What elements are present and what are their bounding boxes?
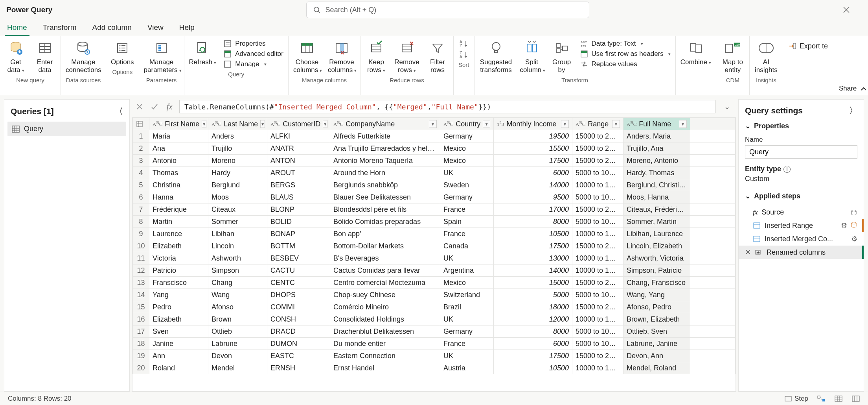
row-header[interactable]: 16 [133, 313, 149, 325]
cell[interactable]: 13000 [494, 252, 572, 264]
data-type-button[interactable]: ABC123Data type: Text [580, 39, 671, 48]
column-filter-button[interactable]: ▼ [679, 120, 687, 128]
cell[interactable]: Germany [440, 191, 494, 203]
cell[interactable]: Ann [149, 350, 208, 362]
cell[interactable]: CONSH [267, 313, 330, 325]
cell[interactable]: Trujillo, Ana [623, 142, 690, 155]
cell[interactable]: Hanna [149, 191, 208, 203]
cell[interactable]: UK [440, 252, 494, 264]
cell[interactable]: 10000 to 15000 [572, 228, 623, 240]
row-header[interactable]: 11 [133, 252, 149, 264]
formula-bar[interactable]: Table.RenameColumns(#"Inserted Merged Co… [179, 100, 715, 113]
cell[interactable]: Blauer See Delikatessen [330, 191, 440, 203]
cell[interactable]: Alfreds Futterkiste [330, 130, 440, 142]
cell[interactable]: BESBEV [267, 252, 330, 264]
cell[interactable]: 17500 [494, 240, 572, 252]
gear-icon[interactable]: ⚙ [841, 221, 847, 230]
grid-view-button[interactable] [834, 395, 843, 402]
combine-button[interactable]: Combine [680, 39, 711, 66]
cell[interactable]: Sommer [208, 216, 267, 228]
cell[interactable]: 10500 [494, 362, 572, 374]
cell[interactable]: Around the Horn [330, 167, 440, 179]
cell[interactable]: 15000 to 20000 [572, 155, 623, 167]
column-header[interactable]: ABCCompanyName▼ [330, 118, 440, 130]
cell[interactable]: Bottom-Dollar Markets [330, 240, 440, 252]
cell[interactable]: 19500 [494, 130, 572, 142]
sort-asc-button[interactable]: AZ [459, 39, 469, 48]
sort-desc-button[interactable]: ZA [459, 50, 469, 59]
cell[interactable]: Blondesddsl pére et fils [330, 203, 440, 216]
cell[interactable]: Ashworth [208, 252, 267, 264]
cell[interactable]: Ernst Handel [330, 362, 440, 374]
cell[interactable]: 17500 [494, 350, 572, 362]
cell[interactable]: BERGS [267, 179, 330, 191]
cell[interactable]: 15000 to 20000 [572, 130, 623, 142]
row-header[interactable]: 13 [133, 277, 149, 289]
cell[interactable]: Ottlieb, Sven [623, 325, 690, 338]
cell[interactable]: Janine [149, 338, 208, 350]
column-header[interactable]: ABCCustomerID▼ [267, 118, 330, 130]
cell[interactable]: DRACD [267, 325, 330, 338]
cell[interactable]: Antonio Moreno Taquería [330, 155, 440, 167]
cell[interactable]: 10000 to 15000 [572, 362, 623, 374]
keep-rows-button[interactable]: Keep rows [365, 39, 387, 74]
get-data-button[interactable]: Get data [5, 39, 27, 74]
suggested-transforms-button[interactable]: Suggested transforms [479, 39, 513, 74]
cell[interactable]: Lincoln [208, 240, 267, 252]
row-header[interactable]: 9 [133, 228, 149, 240]
cell[interactable]: Labrune, Janine [623, 338, 690, 350]
split-column-button[interactable]: Split column [520, 39, 544, 74]
cell[interactable]: Ottlieb [208, 325, 267, 338]
cell[interactable]: Christina [149, 179, 208, 191]
cell[interactable]: Sweden [440, 179, 494, 191]
database-icon[interactable] [850, 221, 857, 230]
column-header[interactable]: 123Monthly Income▼ [494, 118, 572, 130]
advanced-editor-button[interactable]: Advanced editor [223, 50, 283, 58]
properties-button[interactable]: Properties [223, 39, 283, 48]
cell[interactable]: Simpson, Patricio [623, 264, 690, 277]
delete-step-button[interactable]: ✕ [745, 248, 751, 257]
cell[interactable]: Mexico [440, 277, 494, 289]
cell[interactable]: 5000 to 10000 [572, 325, 623, 338]
step-source[interactable]: fx Source [739, 206, 864, 219]
cell[interactable]: CACTU [267, 264, 330, 277]
cell[interactable]: ALFKI [267, 130, 330, 142]
row-header[interactable]: 1 [133, 130, 149, 142]
cell[interactable]: Mendel, Roland [623, 362, 690, 374]
choose-columns-button[interactable]: Choose columns [293, 39, 321, 74]
cell[interactable]: Patricio [149, 264, 208, 277]
cell[interactable]: Moos [208, 191, 267, 203]
row-header[interactable]: 8 [133, 216, 149, 228]
step-inserted-range[interactable]: Inserted Range ⚙ [739, 219, 864, 232]
row-header[interactable]: 7 [133, 203, 149, 216]
cell[interactable]: 17000 [494, 203, 572, 216]
row-header[interactable]: 4 [133, 167, 149, 179]
cell[interactable]: 10000 to 15000 [572, 179, 623, 191]
cell[interactable]: Franscisco [149, 277, 208, 289]
share-button[interactable]: Share [839, 85, 857, 92]
row-header[interactable]: 17 [133, 325, 149, 338]
step-renamed-columns[interactable]: ✕ ab Renamed columns [739, 246, 864, 259]
cell[interactable]: Yang [149, 289, 208, 301]
column-header[interactable]: ABCLast Name▼ [208, 118, 267, 130]
cell[interactable]: 10000 to 15000 [572, 264, 623, 277]
cell[interactable]: 9500 [494, 191, 572, 203]
column-filter-button[interactable]: ▼ [561, 120, 569, 128]
tab-transform[interactable]: Transform [40, 20, 79, 36]
column-header[interactable]: ABCRange▼ [572, 118, 623, 130]
cell[interactable]: 12000 [494, 313, 572, 325]
cell[interactable]: BONAP [267, 228, 330, 240]
cell[interactable]: Moreno, Antonio [623, 155, 690, 167]
cell[interactable]: 18000 [494, 301, 572, 313]
cell[interactable]: Drachenblut Delikatessen [330, 325, 440, 338]
cell[interactable]: COMMI [267, 301, 330, 313]
enter-data-button[interactable]: Enter data [34, 39, 56, 74]
cell[interactable]: France [440, 338, 494, 350]
cell[interactable]: Roland [149, 362, 208, 374]
close-button[interactable] [843, 6, 862, 13]
cell[interactable]: 14000 [494, 179, 572, 191]
cell[interactable]: Canada [440, 240, 494, 252]
cell[interactable]: Labrune [208, 338, 267, 350]
cell[interactable]: 5000 to 10000 [572, 338, 623, 350]
query-item[interactable]: Query [7, 122, 126, 136]
